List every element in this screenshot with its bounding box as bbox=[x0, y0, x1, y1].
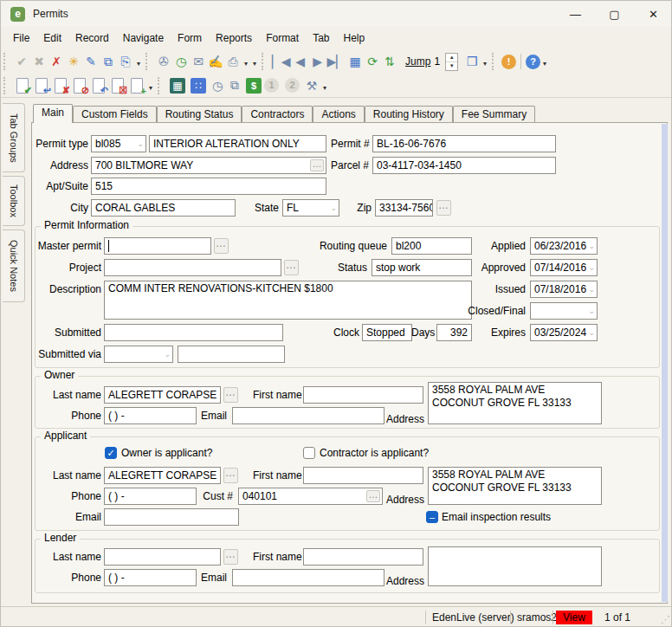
zip-lookup-button[interactable]: … bbox=[436, 200, 451, 216]
maximize-button[interactable]: ▢ bbox=[595, 1, 634, 27]
doc-cancel-icon[interactable]: ☒ bbox=[112, 78, 124, 94]
filter-icon[interactable]: ⎘ bbox=[117, 51, 134, 72]
clock-icon[interactable]: ◷ bbox=[209, 75, 226, 96]
address-book-icon[interactable]: ❒ bbox=[463, 51, 481, 72]
next-record-icon[interactable]: ▶ bbox=[309, 51, 326, 72]
submitted-via-combo[interactable]: ⌄ bbox=[104, 346, 173, 363]
applicant-lookup-button[interactable]: … bbox=[223, 468, 238, 483]
approved-date-combo[interactable]: 07/14/2016⌄ bbox=[530, 259, 598, 276]
menu-edit[interactable]: Edit bbox=[36, 29, 68, 47]
cust-lookup-button[interactable]: … bbox=[366, 490, 380, 502]
parcel-number-field[interactable]: 03-4117-034-1450 bbox=[372, 157, 556, 174]
menu-reports[interactable]: Reports bbox=[209, 29, 259, 47]
applicant-first-name-field[interactable] bbox=[303, 467, 423, 484]
email-inspection-results-label[interactable]: Email inspection results bbox=[442, 510, 551, 524]
applicant-last-name-field[interactable]: ALEGRETT CORAPSE LLC bbox=[104, 467, 221, 484]
tab-main[interactable]: Main bbox=[33, 104, 73, 123]
menu-tab[interactable]: Tab bbox=[306, 29, 336, 47]
toolbar-overflow-icon[interactable]: ▾ bbox=[481, 51, 489, 72]
master-permit-lookup-button[interactable]: … bbox=[214, 238, 229, 254]
routing-queue-field[interactable]: bl200 bbox=[391, 237, 472, 255]
toolbar-grip[interactable] bbox=[3, 53, 9, 70]
lender-phone-field[interactable]: ( ) - bbox=[104, 569, 197, 586]
menu-form[interactable]: Form bbox=[171, 29, 209, 47]
menu-help[interactable]: Help bbox=[337, 29, 372, 47]
copy-page-icon[interactable]: ⧉ bbox=[226, 75, 243, 96]
refresh-icon[interactable]: ⟳ bbox=[364, 51, 381, 72]
toolbar-grip[interactable] bbox=[158, 77, 163, 94]
lender-lookup-button[interactable]: … bbox=[223, 549, 238, 565]
owner-lookup-button[interactable]: … bbox=[223, 387, 238, 403]
issued-date-combo[interactable]: 07/18/2016⌄ bbox=[530, 281, 598, 298]
accept-record-icon[interactable]: ✔ bbox=[13, 51, 30, 72]
address-lookup-button[interactable]: … bbox=[310, 159, 324, 171]
jump-value[interactable]: 1 bbox=[434, 55, 440, 68]
contractor-is-applicant-checkbox[interactable] bbox=[303, 447, 315, 459]
state-combo[interactable]: FL⌄ bbox=[282, 199, 339, 217]
minimize-button[interactable]: — bbox=[556, 1, 595, 27]
mail-icon[interactable]: ✉ bbox=[190, 51, 207, 72]
tab-contractors[interactable]: Contractors bbox=[242, 106, 313, 123]
print-icon[interactable]: ⎙ bbox=[224, 51, 242, 72]
jump-spinner[interactable]: ▲ ▼ bbox=[445, 53, 458, 71]
side-tab-quick-notes[interactable]: Quick Notes bbox=[3, 229, 25, 302]
submitted-via-text-field[interactable] bbox=[178, 346, 285, 363]
days-field[interactable]: 392 bbox=[436, 324, 472, 341]
side-tab-tab-groups[interactable]: Tab Groups bbox=[3, 103, 25, 172]
project-lookup-button[interactable]: … bbox=[284, 260, 299, 275]
menu-navigate[interactable]: Navigate bbox=[116, 29, 171, 47]
doc-undo-icon[interactable]: ↶ bbox=[93, 78, 105, 94]
tab-custom-fields[interactable]: Custom Fields bbox=[73, 106, 157, 123]
owner-email-field[interactable] bbox=[232, 407, 384, 424]
map-icon[interactable]: ▦ bbox=[170, 78, 185, 94]
closed-final-date-combo[interactable]: ⌄ bbox=[530, 302, 598, 320]
calculator-icon[interactable]: ∷ bbox=[191, 78, 206, 94]
help-icon[interactable]: ? bbox=[526, 55, 540, 69]
side-tab-toolbox[interactable]: Toolbox bbox=[3, 176, 25, 226]
applicant-phone-field[interactable]: ( ) - bbox=[104, 488, 197, 505]
lender-last-name-field[interactable] bbox=[104, 548, 221, 566]
print-dropdown-icon[interactable]: ▾ bbox=[242, 51, 250, 72]
sort-icon[interactable]: ⇅ bbox=[381, 51, 398, 72]
last-record-icon[interactable]: ▶▏ bbox=[326, 51, 347, 72]
address-field[interactable]: 700 BILTMORE WAY… bbox=[91, 157, 326, 174]
globe-2-icon[interactable]: 2 bbox=[285, 78, 300, 93]
first-record-icon[interactable]: ▏◀ bbox=[271, 51, 292, 72]
globe-1-icon[interactable]: 1 bbox=[264, 78, 279, 93]
note-add-icon[interactable]: + bbox=[131, 78, 143, 94]
expires-date-combo[interactable]: 03/25/2024⌄ bbox=[530, 324, 598, 341]
toolbar-overflow-icon[interactable]: ▾ bbox=[134, 51, 143, 72]
toolbar-overflow-icon[interactable]: ▾ bbox=[320, 75, 329, 96]
doc-accept-icon[interactable]: ✔ bbox=[16, 78, 29, 94]
spin-down-icon[interactable]: ▼ bbox=[446, 62, 457, 70]
grid-view-icon[interactable]: ▦ bbox=[346, 51, 364, 72]
tab-fee-summary[interactable]: Fee Summary bbox=[453, 106, 535, 123]
tab-actions[interactable]: Actions bbox=[313, 106, 364, 123]
zip-field[interactable]: 33134-7560 bbox=[375, 199, 433, 217]
copy-icon[interactable]: ⧉ bbox=[100, 51, 117, 72]
tab-routing-history[interactable]: Routing History bbox=[365, 106, 453, 123]
cust-number-field[interactable]: 040101… bbox=[238, 488, 383, 505]
menu-file[interactable]: File bbox=[6, 29, 36, 47]
apt-suite-field[interactable]: 515 bbox=[91, 178, 326, 195]
delete-record-icon[interactable]: ✗ bbox=[48, 51, 65, 72]
submitted-field[interactable] bbox=[104, 324, 283, 341]
lender-address-box[interactable] bbox=[428, 546, 602, 586]
alert-icon[interactable]: ! bbox=[501, 55, 516, 69]
jump-label[interactable]: Jump bbox=[405, 55, 430, 68]
lender-first-name-field[interactable] bbox=[303, 548, 423, 566]
new-record-icon[interactable]: ✳ bbox=[65, 51, 82, 72]
owner-phone-field[interactable]: ( ) - bbox=[104, 407, 197, 424]
cash-icon[interactable]: $ bbox=[246, 78, 262, 94]
owner-first-name-field[interactable] bbox=[303, 386, 423, 404]
permit-type-combo[interactable]: bl085⌄ bbox=[91, 135, 146, 152]
lender-email-field[interactable] bbox=[232, 569, 384, 586]
description-textarea[interactable]: COMM INTER RENOVATIONS-KITCHEN $1800 bbox=[104, 281, 472, 320]
signature-icon[interactable]: ✍ bbox=[207, 51, 224, 72]
toolbar-grip[interactable] bbox=[145, 53, 151, 70]
clock-state-field[interactable]: Stopped bbox=[362, 324, 412, 341]
doc-deny-icon[interactable]: ⊘ bbox=[74, 78, 86, 94]
close-button[interactable]: ✕ bbox=[634, 1, 672, 27]
owner-is-applicant-checkbox[interactable]: ✓ bbox=[105, 447, 117, 459]
permit-number-field[interactable]: BL-16-06-7676 bbox=[372, 135, 556, 152]
